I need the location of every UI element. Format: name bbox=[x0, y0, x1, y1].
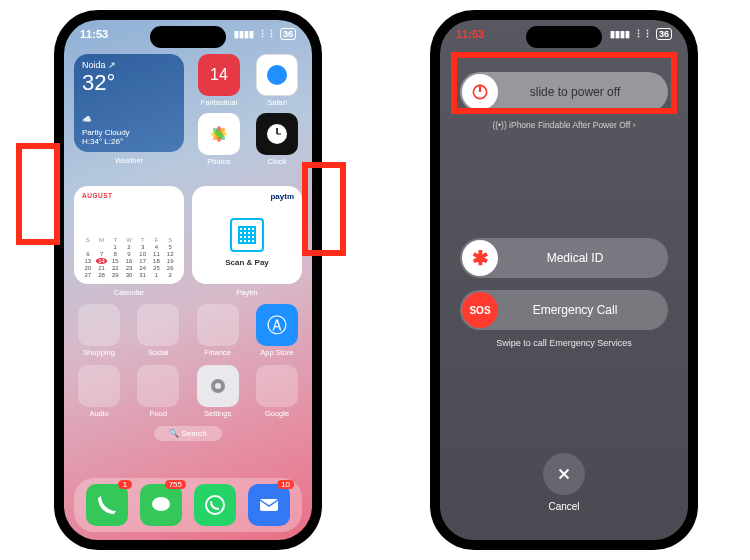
folder-shopping[interactable]: Shopping bbox=[74, 304, 124, 357]
app-label: Safari bbox=[267, 98, 287, 107]
medical-id-slider[interactable]: ✱ Medical ID bbox=[460, 238, 668, 278]
folder-finance[interactable]: Finance bbox=[193, 304, 243, 357]
location-arrow-icon: ↗ bbox=[108, 60, 116, 70]
wifi-icon: ⋮⋮ bbox=[634, 29, 652, 39]
app-settings[interactable]: Settings bbox=[193, 365, 243, 418]
safari-icon bbox=[256, 54, 298, 96]
annotation-power-slider bbox=[451, 52, 677, 114]
annotation-volume-buttons bbox=[16, 143, 60, 245]
app-label: Social bbox=[148, 348, 168, 357]
app-label: Finance bbox=[204, 348, 231, 357]
wifi-icon: ⋮⋮ bbox=[258, 29, 276, 39]
folder-icon bbox=[197, 304, 239, 346]
swipe-note: Swipe to call Emergency Services bbox=[440, 338, 688, 348]
paytm-brand: paytm bbox=[270, 192, 294, 201]
widget-label: Weather bbox=[74, 156, 184, 165]
svg-point-0 bbox=[267, 65, 287, 85]
appstore-icon: Ⓐ bbox=[256, 304, 298, 346]
svg-point-11 bbox=[215, 383, 221, 389]
signal-icon: ▮▮▮▮ bbox=[234, 29, 254, 39]
gear-icon bbox=[197, 365, 239, 407]
app-label: Shopping bbox=[83, 348, 115, 357]
app-phone[interactable]: 1 bbox=[86, 484, 128, 526]
status-indicators: ▮▮▮▮ ⋮⋮ 36 bbox=[610, 28, 672, 40]
status-bar: 11:53 ▮▮▮▮ ⋮⋮ 36 bbox=[64, 24, 312, 44]
folder-audio[interactable]: Audio bbox=[74, 365, 124, 418]
app-label: Fantastical bbox=[201, 98, 237, 107]
status-time: 11:53 bbox=[80, 28, 108, 40]
app-messages[interactable]: 755 bbox=[140, 484, 182, 526]
folder-icon bbox=[137, 304, 179, 346]
app-clock[interactable]: Clock bbox=[252, 113, 302, 166]
app-label: Photos bbox=[207, 157, 230, 166]
fantastical-icon: 14 bbox=[198, 54, 240, 96]
medical-label: Medical ID bbox=[482, 251, 668, 265]
qr-icon bbox=[230, 218, 264, 252]
clock-icon bbox=[256, 113, 298, 155]
cancel-button[interactable] bbox=[543, 453, 585, 495]
svg-rect-14 bbox=[260, 499, 278, 511]
widget-label: Calendar bbox=[74, 288, 184, 297]
battery-icon: 36 bbox=[280, 28, 296, 40]
app-appstore[interactable]: ⒶApp Store bbox=[252, 304, 302, 357]
messages-icon bbox=[149, 493, 173, 517]
svg-point-12 bbox=[152, 497, 170, 511]
app-label: Google bbox=[265, 409, 289, 418]
cancel-label: Cancel bbox=[548, 501, 579, 512]
photos-icon bbox=[198, 113, 240, 155]
folder-food[interactable]: Food bbox=[133, 365, 183, 418]
app-mail[interactable]: 10 bbox=[248, 484, 290, 526]
folder-icon bbox=[78, 365, 120, 407]
emergency-slider[interactable]: SOS Emergency Call bbox=[460, 290, 668, 330]
app-photos[interactable]: Photos bbox=[194, 113, 244, 166]
folder-social[interactable]: Social bbox=[133, 304, 183, 357]
app-label: App Store bbox=[260, 348, 293, 357]
folder-google[interactable]: Google bbox=[252, 365, 302, 418]
mail-icon bbox=[257, 493, 281, 517]
sos-label: Emergency Call bbox=[482, 303, 668, 317]
home-screen: 11:53 ▮▮▮▮ ⋮⋮ 36 Noida ↗ 32° ☁️ Partly C… bbox=[64, 20, 312, 540]
status-time: 11:53 bbox=[456, 28, 484, 40]
calendar-month: AUGUST bbox=[82, 192, 176, 199]
folder-icon bbox=[256, 365, 298, 407]
weather-widget[interactable]: Noida ↗ 32° ☁️ Partly Cloudy H:34° L:26°… bbox=[74, 54, 184, 152]
weather-condition: Partly Cloudy bbox=[82, 128, 176, 137]
app-label: Settings bbox=[204, 409, 231, 418]
signal-icon: ▮▮▮▮ bbox=[610, 29, 630, 39]
badge: 1 bbox=[118, 480, 132, 489]
paytm-action: Scan & Pay bbox=[225, 258, 269, 267]
status-indicators: ▮▮▮▮ ⋮⋮ 36 bbox=[234, 28, 296, 40]
weather-temp: 32° bbox=[82, 70, 176, 96]
phone-icon bbox=[95, 493, 119, 517]
app-label: Clock bbox=[268, 157, 287, 166]
weather-icon: ☁️ bbox=[82, 115, 176, 124]
folder-icon bbox=[78, 304, 120, 346]
app-whatsapp[interactable] bbox=[194, 484, 236, 526]
whatsapp-icon bbox=[203, 493, 227, 517]
battery-icon: 36 bbox=[656, 28, 672, 40]
dock: 1 755 10 bbox=[74, 478, 302, 532]
findable-note[interactable]: ((•)) iPhone Findable After Power Off › bbox=[440, 120, 688, 130]
close-icon bbox=[555, 465, 573, 483]
calendar-widget[interactable]: AUGUST SMTWTFS12345678910111213141516171… bbox=[74, 186, 184, 284]
annotation-side-button bbox=[302, 162, 346, 256]
weather-city: Noida bbox=[82, 60, 106, 70]
badge: 10 bbox=[277, 480, 294, 489]
paytm-widget[interactable]: paytm Scan & Pay Paytm bbox=[192, 186, 302, 284]
app-label: Audio bbox=[89, 409, 108, 418]
calendar-grid: SMTWTFS123456789101112131415161718192021… bbox=[82, 237, 176, 278]
spotlight-search[interactable]: 🔍 Search bbox=[154, 426, 222, 441]
badge: 755 bbox=[165, 480, 186, 489]
app-fantastical[interactable]: 14 Fantastical bbox=[194, 54, 244, 107]
app-label: Food bbox=[150, 409, 167, 418]
folder-icon bbox=[137, 365, 179, 407]
app-safari[interactable]: Safari bbox=[252, 54, 302, 107]
weather-hilo: H:34° L:26° bbox=[82, 137, 176, 146]
status-bar: 11:53 ▮▮▮▮ ⋮⋮ 36 bbox=[440, 24, 688, 44]
svg-point-13 bbox=[206, 496, 224, 514]
widget-label: Paytm bbox=[192, 288, 302, 297]
